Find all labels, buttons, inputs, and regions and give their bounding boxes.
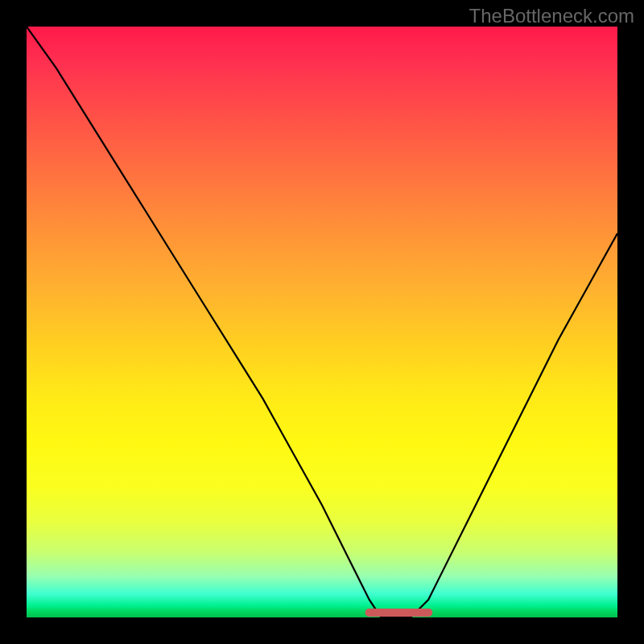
attribution-text: TheBottleneck.com (469, 5, 634, 27)
ideal-zone-cap-right (424, 609, 432, 617)
bottleneck-curve (27, 27, 617, 617)
chart-plot-area (27, 27, 617, 617)
ideal-zone-cap-left (365, 609, 374, 617)
chart-svg (27, 27, 617, 617)
